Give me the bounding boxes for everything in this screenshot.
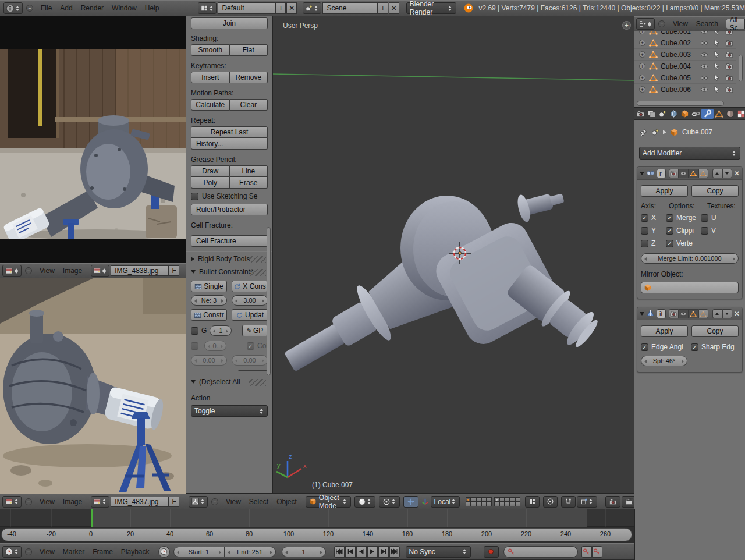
renderable-camera-icon[interactable] (725, 39, 733, 47)
scene-selector-icon[interactable] (303, 2, 321, 14)
editor-type-button[interactable] (3, 2, 23, 14)
render-engine-select[interactable]: Blender Render (406, 2, 457, 14)
scene-name-field[interactable]: Scene (322, 2, 377, 14)
timeline-ruler[interactable]: -40-200204060801001201401601802002202402… (0, 527, 634, 543)
g-value-field[interactable]: 1 (210, 325, 232, 336)
neighbours-field[interactable]: Ne: 3 (191, 295, 227, 306)
collapse-icon[interactable] (640, 172, 644, 175)
render-opengl-button[interactable] (605, 496, 620, 508)
constraints-button[interactable]: Constr (191, 309, 227, 321)
region-expand-icon[interactable]: + (622, 21, 631, 30)
tab-render-layers[interactable] (646, 109, 657, 119)
jump-to-end-button[interactable] (389, 546, 400, 558)
menu-item[interactable]: Help (141, 4, 164, 12)
menu-item[interactable]: View (36, 267, 59, 275)
tool-shelf-scrollbar[interactable] (267, 227, 271, 375)
merge-limit-field[interactable]: Merge Limit: 0.001000 (641, 253, 739, 264)
edit-mode-toggle[interactable] (689, 169, 698, 178)
menu-item[interactable]: File (37, 4, 56, 12)
shade-smooth-button[interactable]: Smooth (191, 44, 230, 56)
renderable-camera-icon[interactable] (725, 31, 733, 36)
selectable-cursor-icon[interactable] (713, 31, 721, 35)
tab-data[interactable] (714, 109, 725, 119)
texture-v-checkbox[interactable] (701, 227, 708, 235)
split-angle-field[interactable]: Spl: 46° (641, 356, 687, 366)
single-constraint-button[interactable]: Single (191, 281, 227, 292)
edgesplit-modifier-header[interactable]: it ✕ (637, 307, 742, 320)
viewport-visibility-toggle[interactable] (679, 169, 689, 178)
rigid-body-tools-panel-header[interactable]: Rigid Body Tools (191, 255, 268, 263)
move-up-button[interactable] (712, 169, 722, 178)
shade-flat-button[interactable]: Flat (230, 44, 268, 56)
prev-keyframe-button[interactable] (345, 546, 356, 558)
cell-fracture-button[interactable]: Cell Fracture (191, 235, 268, 247)
selectable-cursor-icon[interactable] (713, 74, 721, 81)
expand-icon[interactable]: + (639, 63, 645, 69)
current-frame-line[interactable] (91, 509, 93, 527)
gp-button[interactable]: ✎GP (242, 325, 268, 336)
tab-world[interactable] (668, 109, 679, 119)
selectable-cursor-icon[interactable] (713, 62, 721, 70)
proportional-edit-select[interactable] (543, 496, 558, 508)
render-toggle[interactable] (669, 169, 679, 178)
distance-field[interactable]: 3.00 (232, 295, 268, 306)
outliner-row[interactable]: + Cube.001 (634, 31, 736, 37)
option-vertex-groups-checkbox[interactable]: ✓ (666, 240, 673, 247)
copy-button[interactable]: Copy (691, 325, 739, 337)
editor-type-button[interactable] (2, 265, 22, 277)
editor-type-button[interactable] (2, 496, 22, 508)
menu-item[interactable]: Search (692, 20, 722, 28)
image-browse-button[interactable] (91, 265, 109, 277)
axis-y-checkbox[interactable] (641, 227, 648, 235)
outliner-row[interactable]: + Cube.006 (634, 84, 736, 95)
axis-x-checkbox[interactable]: ✓ (641, 214, 648, 222)
outliner-hscrollbar[interactable] (637, 101, 724, 106)
calculate-paths-button[interactable]: Calculate (191, 99, 230, 111)
sync-mode-select[interactable]: No Sync (406, 546, 471, 558)
move-down-button[interactable] (722, 309, 732, 318)
collapse-menus-icon[interactable]: − (25, 267, 32, 274)
apply-button[interactable]: Apply (641, 185, 688, 197)
delete-layout-button[interactable]: ✕ (286, 2, 297, 14)
renderable-camera-icon[interactable] (725, 62, 733, 70)
layers-grid-2[interactable] (494, 497, 520, 506)
outliner-row[interactable]: + Cube.005 (634, 72, 736, 84)
action-select[interactable]: Toggle (191, 405, 268, 417)
auto-keyframe-record-button[interactable] (484, 546, 499, 558)
menu-item[interactable]: View (36, 548, 59, 556)
visibility-eye-icon[interactable] (700, 74, 708, 82)
tab-scene[interactable] (657, 109, 668, 119)
gp-draw-button[interactable]: Draw (191, 165, 230, 177)
add-scene-button[interactable]: + (378, 2, 388, 14)
tab-modifiers[interactable] (701, 109, 714, 119)
remove-keyframe-button[interactable]: Remove (230, 72, 268, 83)
edit-mode-toggle[interactable] (689, 309, 698, 318)
redo-panel-header[interactable]: (De)select All (191, 378, 268, 386)
cage-toggle[interactable] (698, 169, 708, 178)
gp-poly-button[interactable]: Poly (191, 177, 230, 189)
repeat-last-button[interactable]: Repeat Last (191, 126, 268, 138)
transform-orientation-select[interactable]: Local (431, 496, 460, 508)
g-checkbox[interactable] (191, 327, 198, 335)
image-name-field[interactable]: IMG_4837.jpg (111, 497, 169, 507)
delete-modifier-icon[interactable]: ✕ (734, 169, 740, 178)
tab-material[interactable] (725, 109, 736, 119)
menu-item[interactable]: Render (77, 4, 108, 12)
fake-user-button[interactable]: F (169, 497, 179, 507)
join-button[interactable]: Join (191, 17, 268, 29)
current-frame-field[interactable]: 1 (282, 547, 326, 557)
axis-z-checkbox[interactable] (641, 240, 648, 247)
pin-icon[interactable] (639, 128, 648, 137)
timeline-track[interactable] (0, 509, 634, 527)
editor-type-button[interactable] (2, 546, 22, 558)
layers-grid[interactable] (466, 497, 492, 506)
add-layout-button[interactable]: + (275, 2, 286, 14)
cage-toggle[interactable] (698, 309, 708, 318)
selectable-cursor-icon[interactable] (713, 39, 721, 47)
mirror-object-field[interactable] (641, 282, 739, 293)
renderable-camera-icon[interactable] (725, 74, 733, 82)
tab-constraints[interactable] (690, 109, 701, 119)
keying-set-field[interactable] (503, 546, 578, 558)
edge-angle-checkbox[interactable]: ✓ (641, 343, 648, 351)
menu-item[interactable]: Frame (88, 548, 117, 556)
